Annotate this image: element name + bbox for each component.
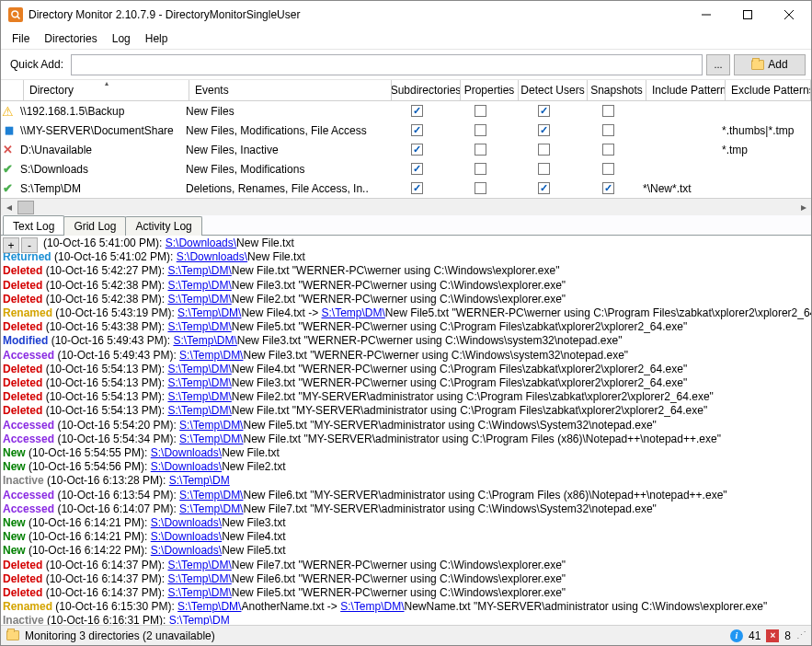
checkbox[interactable] [602,182,614,194]
checkbox[interactable] [475,144,486,156]
menu-log[interactable]: Log [105,29,138,48]
log-path-link[interactable]: S:\Temp\DM\ [167,390,231,403]
log-kind: Inactive [3,614,44,625]
log-path-link[interactable]: S:\Downloads\ [151,460,222,473]
close-button[interactable] [768,2,809,29]
menubar: File Directories Log Help [1,29,811,49]
checkbox[interactable] [538,182,550,194]
col-snapshots[interactable]: Snapshots [588,80,646,100]
log-path-link[interactable]: S:\Downloads\ [151,516,222,529]
log-path-link[interactable]: S:\Temp\DM\ [321,306,384,319]
log-path-link[interactable]: S:\Temp\DM\ [179,502,243,515]
log-path-link[interactable]: S:\Temp\DM\ [167,376,231,389]
table-row[interactable]: ▮▮\\MY-SERVER\DocumentShareNew Files, Mo… [1,121,811,140]
log-area[interactable]: + - (10-Oct-16 5:41:00 PM): S:\Downloads… [1,236,811,625]
log-path-link[interactable]: S:\Downloads\ [177,250,247,263]
checkbox[interactable] [411,182,423,194]
log-path-link[interactable]: S:\Temp\DM [169,614,230,625]
checkbox[interactable] [538,144,550,156]
col-include-patterns[interactable]: Include Patterns [646,80,726,100]
quick-add-bar: Quick Add: ... Add [1,49,811,80]
horizontal-scrollbar[interactable]: ◂ ▸ [1,198,811,215]
log-path-link[interactable]: S:\Temp\DM\ [177,600,241,613]
scroll-track[interactable] [17,200,795,215]
log-path-link[interactable]: S:\Temp\DM\ [177,306,241,319]
table-row[interactable]: ✕D:\UnavailableNew Files, Inactive*.tmp [1,140,811,159]
log-path-link[interactable]: S:\Downloads\ [166,236,236,249]
log-line: Deleted (10-Oct-16 5:54:13 PM): S:\Temp\… [3,404,809,418]
menu-file[interactable]: File [5,29,37,48]
checkbox[interactable] [475,182,486,194]
col-properties[interactable]: Properties [461,80,519,100]
tab-text-log[interactable]: Text Log [3,215,64,235]
checkbox[interactable] [411,163,423,175]
log-path-link[interactable]: S:\Temp\DM\ [167,264,231,277]
checkbox[interactable] [538,105,550,117]
menu-directories[interactable]: Directories [37,29,104,48]
cell-detect-users [509,144,578,156]
maximize-button[interactable] [726,2,768,29]
scroll-thumb[interactable] [17,201,34,214]
log-path-link[interactable]: S:\Temp\DM\ [167,572,231,585]
scroll-left-icon[interactable]: ◂ [1,200,17,215]
log-kind: New [3,460,26,473]
log-line: New (10-Oct-16 5:54:56 PM): S:\Downloads… [3,460,809,474]
col-subdirectories[interactable]: Subdirectories [392,80,461,100]
log-line: Accessed (10-Oct-16 6:14:07 PM): S:\Temp… [3,502,809,516]
log-path-link[interactable]: S:\Temp\DM\ [167,279,231,292]
col-detect-users[interactable]: Detect Users [519,80,588,100]
log-collapse-button[interactable]: - [21,237,38,253]
cell-subdirectories [383,182,452,194]
cell-properties [452,124,509,136]
checkbox[interactable] [602,105,614,117]
checkbox[interactable] [475,105,486,117]
resize-grip[interactable]: ⋰ [796,629,806,641]
log-path-link[interactable]: S:\Temp\DM\ [167,586,231,599]
col-directory[interactable]: Directory [24,80,189,100]
menu-help[interactable]: Help [138,29,176,48]
log-path-link[interactable]: S:\Temp\DM\ [340,600,404,613]
log-path-link[interactable]: S:\Temp\DM\ [167,293,231,306]
checkbox[interactable] [475,163,486,175]
checkbox[interactable] [602,124,614,136]
log-path-link[interactable]: S:\Temp\DM\ [167,404,231,417]
scroll-right-icon[interactable]: ▸ [795,200,811,215]
log-path-link[interactable]: S:\Temp\DM\ [167,363,231,375]
log-path-link[interactable]: S:\Temp\DM\ [179,419,243,432]
status-icon: ⚠ [1,104,15,119]
log-path-link[interactable]: S:\Temp\DM [169,474,230,487]
checkbox[interactable] [538,163,550,175]
browse-button[interactable]: ... [706,54,730,75]
checkbox[interactable] [411,144,423,156]
log-path-link[interactable]: S:\Downloads\ [151,530,222,543]
table-row[interactable]: ✔S:\Temp\DMDeletions, Renames, File Acce… [1,179,811,198]
minimize-button[interactable] [685,2,726,29]
tab-activity-log[interactable]: Activity Log [125,216,201,236]
col-exclude-patterns[interactable]: Exclude Patterns [726,80,811,100]
tab-grid-log[interactable]: Grid Log [63,216,126,236]
log-path-link[interactable]: S:\Temp\DM\ [167,320,231,333]
log-path-link[interactable]: S:\Temp\DM\ [179,489,243,502]
log-path-link[interactable]: S:\Downloads\ [151,544,222,557]
log-expand-button[interactable]: + [3,237,19,253]
error-icon[interactable]: × [766,629,779,642]
info-icon[interactable]: i [730,629,743,642]
checkbox[interactable] [538,124,550,136]
log-path-link[interactable]: S:\Temp\DM\ [179,433,243,445]
col-events[interactable]: Events [189,80,392,100]
table-row[interactable]: ✔S:\DownloadsNew Files, Modifications [1,159,811,179]
log-line: Deleted (10-Oct-16 6:14:37 PM): S:\Temp\… [3,586,809,600]
checkbox[interactable] [602,144,614,156]
quick-add-input[interactable] [71,54,703,75]
checkbox[interactable] [411,105,423,117]
log-path-link[interactable]: S:\Temp\DM\ [179,349,243,362]
log-path-link[interactable]: S:\Temp\DM\ [167,559,231,571]
checkbox[interactable] [411,124,423,136]
add-button[interactable]: Add [734,54,806,75]
table-row[interactable]: ⚠\\192.168.1.5\BackupNew Files [1,101,811,121]
checkbox[interactable] [475,124,486,136]
col-status[interactable] [1,80,24,100]
log-path-link[interactable]: S:\Downloads\ [151,446,222,459]
log-path-link[interactable]: S:\Temp\DM\ [173,334,236,347]
checkbox[interactable] [602,163,614,175]
